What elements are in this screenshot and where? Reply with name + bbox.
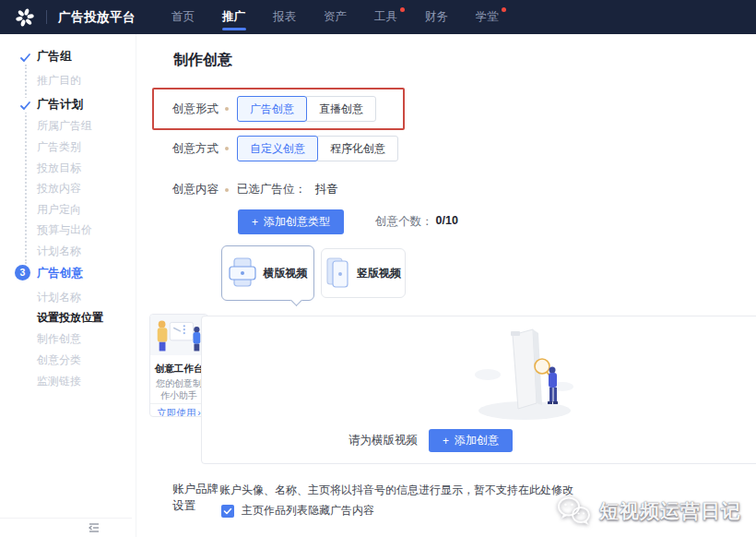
sidebar-sub-delivery-content[interactable]: 投放内容: [37, 182, 81, 196]
sidebar-sub-label: 计划名称: [37, 245, 81, 257]
option-live-creative[interactable]: 直播创意: [306, 96, 376, 122]
nav-label: 推广: [222, 9, 245, 25]
placement-label: 已选广告位：: [237, 182, 306, 197]
collapse-sidebar-icon[interactable]: [89, 522, 100, 533]
nav-item-reports[interactable]: 报表: [259, 0, 310, 34]
creative-content-row: 创意内容 已选广告位： 抖音: [172, 182, 338, 197]
sidebar-sub-delivery-target[interactable]: 投放目标: [37, 161, 81, 175]
main-content: 制作创意 创意形式 广告创意 直播创意 创意方式 自定义创意 程序化创意 创意内…: [136, 34, 756, 537]
step-connector-line: [25, 65, 27, 264]
required-dot-icon: [225, 188, 229, 192]
creative-form-segmented: 广告创意 直播创意: [237, 96, 376, 122]
card-vertical-video[interactable]: 竖版视频: [321, 248, 406, 298]
step-number-badge: 3: [15, 265, 30, 280]
notification-dot: [400, 7, 405, 12]
sidebar-step-ad-group[interactable]: 广告组: [37, 50, 72, 64]
ad-platform-page: 广告投放平台 首页 推广 报表 资产 工具 财务 学堂 广告组 推广目的 广告计…: [0, 0, 756, 537]
sidebar-sub-label: 制作创意: [37, 332, 81, 345]
watermark-text: 短视频运营日记: [599, 498, 741, 524]
nav-item-academy[interactable]: 学堂: [462, 0, 513, 34]
sidebar-sub-label: 投放内容: [37, 182, 81, 195]
hide-ads-checkbox-row[interactable]: 主页作品列表隐藏广告内容: [221, 503, 374, 519]
sidebar-sub-label: 监测链接: [37, 375, 81, 388]
nav-label: 工具: [374, 9, 397, 25]
sidebar-sub-user-targeting[interactable]: 用户定向: [37, 203, 81, 217]
vertical-video-icon: [325, 257, 349, 289]
nav-label: 首页: [171, 9, 195, 25]
horizontal-video-icon: [229, 257, 256, 290]
main-nav: 首页 推广 报表 资产 工具 财务 学堂: [158, 0, 513, 34]
selected-placement: 已选广告位： 抖音: [237, 182, 338, 197]
nav-item-promotion[interactable]: 推广: [208, 0, 259, 34]
sidebar-sub-set-placement[interactable]: 设置投放位置: [37, 311, 103, 325]
page-title: 制作创意: [173, 51, 232, 70]
creative-count: 创意个数： 0/10: [375, 214, 458, 230]
empty-state-illustration: [465, 324, 585, 424]
creative-workbench-card[interactable]: 创意工作台 您的创意制作小助手 立即使用 ›: [149, 314, 208, 417]
count-value: 0/10: [436, 214, 458, 230]
nav-item-tools[interactable]: 工具: [360, 0, 411, 34]
card-label: 竖版视频: [357, 266, 401, 281]
sidebar-sub-plan-name-2[interactable]: 计划名称: [37, 291, 81, 304]
add-type-label: 添加创意类型: [264, 214, 330, 230]
field-label: 创意形式: [172, 101, 219, 117]
nav-item-home[interactable]: 首页: [158, 0, 208, 34]
check-icon: [18, 50, 32, 65]
sidebar-step-label: 广告组: [37, 50, 72, 63]
option-custom-creative[interactable]: 自定义创意: [237, 136, 318, 161]
brand-title: 广告投放平台: [58, 9, 136, 26]
use-now-label: 立即使用: [157, 407, 195, 417]
top-navbar: 广告投放平台 首页 推广 报表 资产 工具 财务 学堂: [0, 0, 756, 34]
sidebar-sub-label: 推广目的: [37, 74, 81, 87]
add-creative-type-button[interactable]: + 添加创意类型: [238, 209, 344, 234]
sidebar-sub-label: 设置投放位置: [37, 311, 103, 324]
sidebar-sub-promo-goal[interactable]: 推广目的: [37, 74, 81, 88]
plus-icon: +: [252, 216, 258, 229]
check-icon: [18, 98, 32, 113]
option-programmatic-creative[interactable]: 程序化创意: [317, 136, 398, 161]
creative-canvas-panel: 请为横版视频 + 添加创意: [201, 316, 756, 464]
nav-label: 财务: [425, 9, 448, 25]
ocean-engine-logo-icon: [15, 7, 35, 28]
nav-item-assets[interactable]: 资产: [310, 0, 360, 34]
brand-settings-note: 账户头像、名称、主页将以抖音号的信息进行显示，暂不支持在此处修改: [219, 483, 573, 498]
field-label: 创意内容: [172, 182, 219, 197]
count-label: 创意个数：: [375, 214, 433, 230]
sidebar-sub-tracking-link[interactable]: 监测链接: [37, 375, 81, 388]
brand-settings-label: 账户品牌设置: [172, 481, 224, 514]
sidebar-sub-creative-category[interactable]: 创意分类: [37, 353, 81, 367]
workbench-illustration: [150, 315, 207, 355]
sidebar-sub-make-creative[interactable]: 制作创意: [37, 332, 81, 346]
card-horizontal-video[interactable]: 横版视频: [221, 245, 314, 301]
creative-form-row: 创意形式 广告创意 直播创意: [172, 96, 376, 122]
sidebar-sub-label: 计划名称: [37, 291, 81, 304]
sidebar-sub-budget-bid[interactable]: 预算与出价: [37, 223, 92, 237]
active-tab-underline: [222, 28, 246, 30]
nav-label: 资产: [324, 9, 347, 25]
sidebar-sub-plan-name[interactable]: 计划名称: [37, 245, 81, 258]
nav-label: 学堂: [476, 9, 499, 25]
divider: [46, 10, 47, 24]
sidebar-step-ad-creative[interactable]: 3 广告创意: [37, 267, 83, 280]
watermark: 短视频运营日记: [556, 495, 741, 528]
nav-label: 报表: [273, 9, 296, 25]
wechat-icon: [556, 495, 593, 528]
nav-item-finance[interactable]: 财务: [411, 0, 462, 34]
plus-icon: +: [443, 435, 449, 448]
notification-dot: [502, 7, 506, 12]
sidebar-sub-parent-group[interactable]: 所属广告组: [37, 119, 92, 133]
workbench-title: 创意工作台: [150, 363, 207, 376]
creative-method-row: 创意方式 自定义创意 程序化创意: [172, 136, 398, 161]
sidebar-step-ad-plan[interactable]: 广告计划: [37, 98, 83, 112]
checkbox-checked-icon[interactable]: [221, 505, 234, 518]
workbench-desc: 您的创意制作小助手: [150, 376, 207, 401]
workbench-use-now-link[interactable]: 立即使用 ›: [150, 403, 207, 417]
required-dot-icon: [225, 107, 229, 111]
sidebar-step-label: 广告创意: [37, 267, 83, 280]
add-creative-button[interactable]: + 添加创意: [429, 429, 513, 452]
sidebar-sub-ad-category[interactable]: 广告类别: [37, 140, 81, 154]
sidebar-sub-label: 用户定向: [37, 203, 81, 216]
add-type-row: + 添加创意类型 创意个数： 0/10: [238, 209, 458, 234]
sidebar-sub-label: 预算与出价: [37, 223, 92, 236]
option-ad-creative[interactable]: 广告创意: [237, 96, 307, 122]
